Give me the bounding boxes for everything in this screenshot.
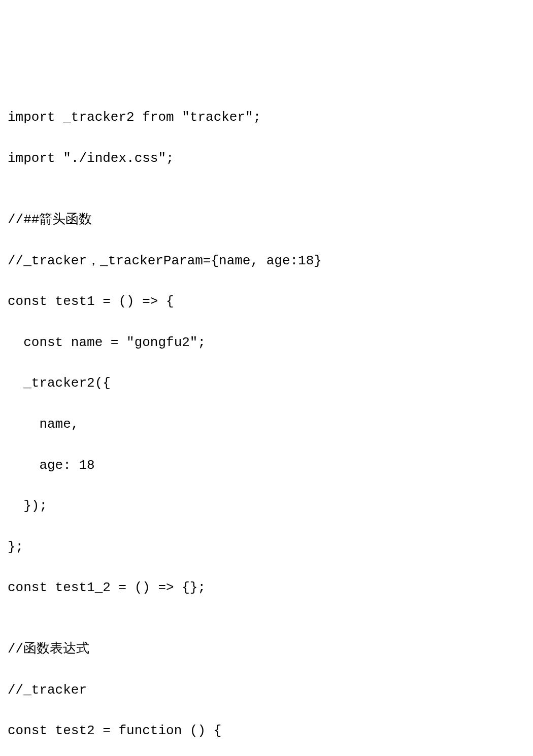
code-line: }); bbox=[8, 496, 525, 516]
code-line: age: 18 bbox=[8, 455, 525, 475]
code-block: import _tracker2 from "tracker"; import … bbox=[8, 87, 525, 756]
code-line: _tracker2({ bbox=[8, 373, 525, 393]
code-line: //##箭头函数 bbox=[8, 210, 525, 230]
code-line: //_tracker bbox=[8, 680, 525, 700]
code-line: const test1_2 = () => {}; bbox=[8, 577, 525, 598]
code-line: }; bbox=[8, 537, 525, 557]
code-line: import "./index.css"; bbox=[8, 148, 525, 168]
code-line: const test2 = function () { bbox=[8, 720, 525, 741]
code-line: import _tracker2 from "tracker"; bbox=[8, 107, 525, 127]
code-line: //函数表达式 bbox=[8, 639, 525, 659]
code-line: const test1 = () => { bbox=[8, 291, 525, 312]
code-line: name, bbox=[8, 414, 525, 434]
code-line: //_tracker，_trackerParam={name, age:18} bbox=[8, 251, 525, 271]
code-line: const name = "gongfu2"; bbox=[8, 332, 525, 353]
